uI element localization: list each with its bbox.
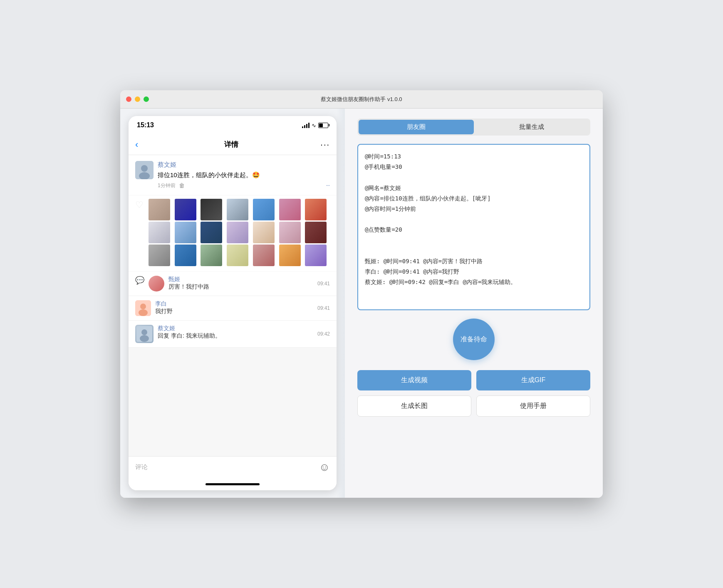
- thumbnail-11[interactable]: [227, 222, 248, 243]
- comment-user: 李白: [155, 300, 313, 308]
- status-bar: 15:13 ∿: [129, 116, 337, 134]
- editor-content: @时间=15:13 @手机电量=30 @网名=蔡文姬 @内容=排位10连胜，组队…: [365, 151, 583, 287]
- post-time: 1分钟前: [158, 182, 176, 189]
- thumbnail-8[interactable]: [149, 222, 170, 243]
- comment-avatar: [135, 300, 151, 316]
- post-meta: 1分钟前 🗑 ··: [158, 182, 330, 189]
- comment-user: 蔡文姬: [158, 325, 313, 332]
- svg-point-7: [141, 329, 147, 335]
- status-icons: ∿: [302, 122, 328, 128]
- signal-icon: [302, 122, 310, 128]
- chat-icon: 💬: [135, 276, 144, 285]
- avatar: [135, 161, 154, 179]
- home-indicator: [129, 478, 337, 490]
- comment-item: 💬 甄姬 厉害！我打中路 09:41: [129, 272, 337, 296]
- comment-text: 我打野: [155, 308, 313, 315]
- maximize-button[interactable]: [144, 96, 149, 102]
- nav-bar: ‹ 详情 ···: [129, 134, 337, 155]
- thumbnail-16[interactable]: [175, 245, 196, 266]
- svg-point-4: [140, 304, 146, 309]
- comments-section: 💬 甄姬 厉害！我打中路 09:41: [129, 272, 337, 348]
- thumbnail-10[interactable]: [201, 222, 222, 243]
- thumbnail-5[interactable]: [253, 199, 275, 220]
- more-button[interactable]: ···: [320, 140, 330, 149]
- thumbnail-20[interactable]: [279, 245, 301, 266]
- battery-icon: [318, 123, 328, 128]
- comment-time: 09:42: [317, 331, 330, 337]
- action-btn-0[interactable]: 生成视频: [357, 370, 471, 390]
- delete-icon[interactable]: 🗑: [179, 182, 185, 189]
- window-title: 蔡文姬微信朋友圈制作助手 v1.0.0: [321, 96, 402, 103]
- post-more-button[interactable]: ··: [326, 182, 330, 189]
- window-controls: [126, 96, 149, 102]
- svg-point-1: [141, 165, 148, 172]
- thumbnail-21[interactable]: [305, 245, 327, 266]
- comment-body: 李白 我打野: [155, 300, 313, 315]
- comment-item: 蔡文姬 回复 李白: 我来玩辅助。 09:42: [129, 321, 337, 348]
- post-area: 蔡文姬 排位10连胜，组队的小伙伴走起。🤩 1分钟前 🗑 ··: [129, 155, 337, 456]
- comment-body: 蔡文姬 回复 李白: 我来玩辅助。: [158, 325, 313, 340]
- title-bar: 蔡文姬微信朋友圈制作助手 v1.0.0: [120, 90, 603, 109]
- thumbnail-6[interactable]: [279, 199, 301, 220]
- post-username: 蔡文姬: [158, 161, 330, 169]
- phone-bottom: 评论 ☺: [129, 456, 337, 478]
- comment-input[interactable]: 评论: [135, 463, 319, 471]
- back-button[interactable]: ‹: [135, 139, 138, 150]
- post-content: 排位10连胜，组队的小伙伴走起。🤩: [158, 170, 330, 179]
- action-btn-2[interactable]: 生成长图: [357, 395, 471, 417]
- action-btn-3[interactable]: 使用手册: [476, 395, 590, 417]
- heart-icon[interactable]: ♡: [135, 200, 144, 210]
- comment-time: 09:41: [317, 281, 330, 287]
- svg-point-8: [140, 335, 149, 342]
- thumbnail-13[interactable]: [279, 222, 301, 243]
- close-button[interactable]: [126, 96, 131, 102]
- thumbnail-4[interactable]: [227, 199, 248, 220]
- post-body: 蔡文姬 排位10连胜，组队的小伙伴走起。🤩 1分钟前 🗑 ··: [158, 161, 330, 189]
- thumbnail-1[interactable]: [149, 199, 170, 220]
- comment-item: 李白 我打野 09:41: [129, 296, 337, 321]
- comment-avatar: [135, 325, 154, 343]
- thumbnail-14[interactable]: [305, 222, 327, 243]
- comment-text: 厉害！我打中路: [168, 283, 313, 291]
- svg-point-5: [139, 309, 148, 316]
- post-item: 蔡文姬 排位10连胜，组队的小伙伴走起。🤩 1分钟前 🗑 ··: [129, 155, 337, 195]
- post-header: 蔡文姬 排位10连胜，组队的小伙伴走起。🤩 1分钟前 🗑 ··: [135, 161, 330, 189]
- status-time: 15:13: [137, 121, 154, 129]
- tab-batch[interactable]: 批量生成: [474, 120, 589, 134]
- emoji-icon[interactable]: ☺: [319, 461, 330, 474]
- wifi-icon: ∿: [312, 122, 316, 128]
- home-bar: [206, 483, 260, 485]
- thumbnail-2[interactable]: [175, 199, 196, 220]
- status-section: 准备待命: [357, 319, 590, 360]
- thumbnail-17[interactable]: [201, 245, 222, 266]
- right-panel: 朋友圈 批量生成 @时间=15:13 @手机电量=30 @网名=蔡文姬 @内容=…: [345, 109, 603, 498]
- left-panel: 15:13 ∿ ‹ 详情 ···: [120, 109, 345, 498]
- thumbnail-15[interactable]: [149, 245, 170, 266]
- comment-user: 甄姬: [168, 276, 313, 283]
- minimize-button[interactable]: [135, 96, 140, 102]
- app-window: 蔡文姬微信朋友圈制作助手 v1.0.0 15:13 ∿: [120, 90, 603, 498]
- phone-frame: 15:13 ∿ ‹ 详情 ···: [129, 116, 337, 490]
- thumbnail-18[interactable]: [227, 245, 248, 266]
- thumbnail-12[interactable]: [253, 222, 275, 243]
- comment-body: 甄姬 厉害！我打中路: [168, 276, 313, 291]
- tab-moments[interactable]: 朋友圈: [359, 120, 474, 134]
- image-grid: [149, 199, 330, 266]
- comment-time: 09:41: [317, 305, 330, 311]
- action-buttons: 生成视频生成GIF生成长图使用手册: [357, 370, 590, 417]
- comment-text: 回复 李白: 我来玩辅助。: [158, 332, 313, 340]
- thumbnail-19[interactable]: [253, 245, 275, 266]
- text-editor[interactable]: @时间=15:13 @手机电量=30 @网名=蔡文姬 @内容=排位10连胜，组队…: [357, 144, 590, 310]
- thumbnail-3[interactable]: [201, 199, 222, 220]
- thumbnail-7[interactable]: [305, 199, 327, 220]
- action-btn-1[interactable]: 生成GIF: [476, 370, 590, 390]
- main-content: 15:13 ∿ ‹ 详情 ···: [120, 109, 603, 498]
- thumbnail-9[interactable]: [175, 222, 196, 243]
- nav-title: 详情: [142, 140, 320, 149]
- status-button[interactable]: 准备待命: [453, 319, 495, 360]
- like-section: ♡: [129, 195, 337, 271]
- tab-bar: 朋友圈 批量生成: [357, 119, 590, 136]
- comment-avatar: [149, 276, 164, 292]
